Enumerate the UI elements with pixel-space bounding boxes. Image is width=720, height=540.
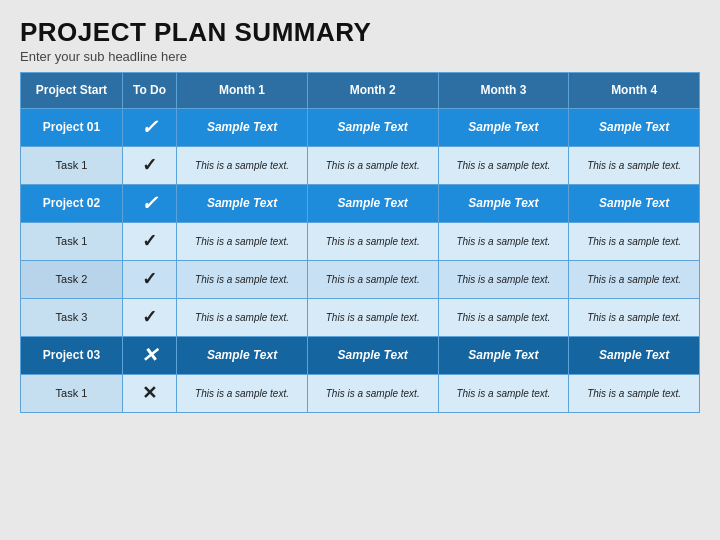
project-row-p02: Project 02 ✓ Sample Text Sample Text Sam… xyxy=(21,184,700,222)
project-row-p01: Project 01 ✓ Sample Text Sample Text Sam… xyxy=(21,108,700,146)
p03-label: Project 03 xyxy=(21,336,123,374)
p03-task1-row: Task 1 ✕ This is a sample text. This is … xyxy=(21,374,700,412)
p02-task2-month1: This is a sample text. xyxy=(177,260,308,298)
col-header-project: Project Start xyxy=(21,72,123,108)
col-header-month4: Month 4 xyxy=(569,72,700,108)
p01-month4: Sample Text xyxy=(569,108,700,146)
p03-task1-label: Task 1 xyxy=(21,374,123,412)
p01-label: Project 01 xyxy=(21,108,123,146)
p01-todo: ✓ xyxy=(122,108,176,146)
p02-label: Project 02 xyxy=(21,184,123,222)
p01-month1: Sample Text xyxy=(177,108,308,146)
p01-task1-todo: ✓ xyxy=(122,146,176,184)
p02-task2-month3: This is a sample text. xyxy=(438,260,569,298)
p03-month3: Sample Text xyxy=(438,336,569,374)
p01-month2: Sample Text xyxy=(307,108,438,146)
p03-todo: ✕ xyxy=(122,336,176,374)
p02-month1: Sample Text xyxy=(177,184,308,222)
col-header-month3: Month 3 xyxy=(438,72,569,108)
check-icon: ✓ xyxy=(142,307,157,327)
p01-month3: Sample Text xyxy=(438,108,569,146)
p02-task1-row: Task 1 ✓ This is a sample text. This is … xyxy=(21,222,700,260)
p02-task2-row: Task 2 ✓ This is a sample text. This is … xyxy=(21,260,700,298)
p02-task1-month1: This is a sample text. xyxy=(177,222,308,260)
p01-task1-month2: This is a sample text. xyxy=(307,146,438,184)
p02-task3-label: Task 3 xyxy=(21,298,123,336)
p03-month1: Sample Text xyxy=(177,336,308,374)
p02-task1-month4: This is a sample text. xyxy=(569,222,700,260)
col-header-todo: To Do xyxy=(122,72,176,108)
p03-task1-month3: This is a sample text. xyxy=(438,374,569,412)
p02-month4: Sample Text xyxy=(569,184,700,222)
page-title: PROJECT PLAN SUMMARY xyxy=(20,18,700,47)
page-subtitle: Enter your sub headline here xyxy=(20,49,700,64)
p02-task1-month2: This is a sample text. xyxy=(307,222,438,260)
p03-task1-month1: This is a sample text. xyxy=(177,374,308,412)
p03-month2: Sample Text xyxy=(307,336,438,374)
p02-task3-month2: This is a sample text. xyxy=(307,298,438,336)
p02-task3-month3: This is a sample text. xyxy=(438,298,569,336)
p02-task3-todo: ✓ xyxy=(122,298,176,336)
p02-task1-todo: ✓ xyxy=(122,222,176,260)
p01-task1-month3: This is a sample text. xyxy=(438,146,569,184)
p02-task2-month4: This is a sample text. xyxy=(569,260,700,298)
p02-task3-month1: This is a sample text. xyxy=(177,298,308,336)
p02-task2-todo: ✓ xyxy=(122,260,176,298)
p02-month2: Sample Text xyxy=(307,184,438,222)
p02-todo: ✓ xyxy=(122,184,176,222)
p03-month4: Sample Text xyxy=(569,336,700,374)
p02-month3: Sample Text xyxy=(438,184,569,222)
p02-task1-month3: This is a sample text. xyxy=(438,222,569,260)
check-icon: ✓ xyxy=(142,155,157,175)
p02-task2-month2: This is a sample text. xyxy=(307,260,438,298)
p01-task1-month1: This is a sample text. xyxy=(177,146,308,184)
check-icon: ✓ xyxy=(141,116,158,138)
col-header-month1: Month 1 xyxy=(177,72,308,108)
p02-task3-row: Task 3 ✓ This is a sample text. This is … xyxy=(21,298,700,336)
table-header-row: Project Start To Do Month 1 Month 2 Mont… xyxy=(21,72,700,108)
check-icon: ✓ xyxy=(141,192,158,214)
project-table: Project Start To Do Month 1 Month 2 Mont… xyxy=(20,72,700,413)
p02-task1-label: Task 1 xyxy=(21,222,123,260)
p01-task1-label: Task 1 xyxy=(21,146,123,184)
col-header-month2: Month 2 xyxy=(307,72,438,108)
p03-task1-todo: ✕ xyxy=(122,374,176,412)
project-row-p03: Project 03 ✕ Sample Text Sample Text Sam… xyxy=(21,336,700,374)
p01-task1-row: Task 1 ✓ This is a sample text. This is … xyxy=(21,146,700,184)
p02-task3-month4: This is a sample text. xyxy=(569,298,700,336)
check-icon: ✓ xyxy=(142,269,157,289)
p03-task1-month4: This is a sample text. xyxy=(569,374,700,412)
p01-task1-month4: This is a sample text. xyxy=(569,146,700,184)
x-icon: ✕ xyxy=(142,383,157,403)
check-icon: ✓ xyxy=(142,231,157,251)
p03-task1-month2: This is a sample text. xyxy=(307,374,438,412)
p02-task2-label: Task 2 xyxy=(21,260,123,298)
x-icon: ✕ xyxy=(141,344,158,366)
